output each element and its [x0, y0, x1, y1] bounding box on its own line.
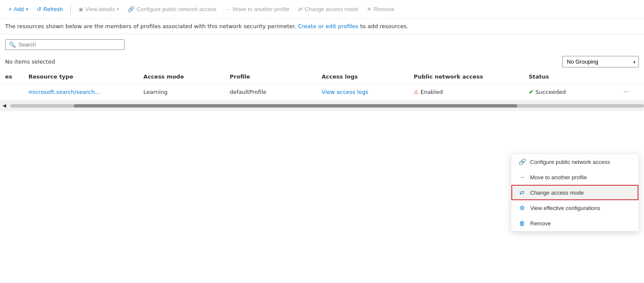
- change-access-label: Change access mode: [305, 6, 359, 12]
- refresh-icon: ↺: [37, 6, 41, 12]
- create-edit-profiles-label: Create or edit profiles: [298, 23, 359, 29]
- col-header-status: Status: [524, 70, 616, 84]
- status-success-icon: ✔: [529, 88, 534, 95]
- col-header-access-logs: Access logs: [316, 70, 409, 84]
- change-access-button[interactable]: ⇄ Change access mode: [295, 3, 362, 15]
- refresh-label: Refresh: [44, 6, 63, 12]
- configure-public-label: Configure public network access: [136, 6, 216, 12]
- row-more-options: ···: [615, 84, 644, 100]
- toolbar-divider-1: [70, 4, 71, 15]
- view-access-logs-link[interactable]: View access logs: [322, 89, 368, 95]
- info-text-after: to add resources.: [360, 23, 409, 29]
- grouping-select-wrapper: No Grouping ▾: [562, 56, 639, 67]
- add-chevron-icon: ▾: [26, 7, 28, 12]
- more-options-button[interactable]: ···: [621, 87, 631, 96]
- info-text-before: The resources shown below are the member…: [5, 23, 296, 29]
- move-to-profile-label: Move to another profile: [233, 6, 290, 12]
- row-resource-type: microsoft.search/search...: [23, 84, 139, 100]
- search-input[interactable]: [18, 41, 121, 48]
- row-access-mode: Learning: [138, 84, 224, 100]
- no-items-label: No items selected: [5, 58, 55, 65]
- grouping-select[interactable]: No Grouping: [562, 56, 639, 67]
- view-details-chevron-icon: ▾: [117, 7, 119, 12]
- scroll-track[interactable]: [10, 104, 644, 108]
- toolbar: + Add ▾ ↺ Refresh ◉ View details ▾ 🔗 Con…: [0, 0, 644, 19]
- change-access-icon: ⇄: [298, 6, 303, 12]
- col-header-profile: Profile: [225, 70, 317, 84]
- view-details-button[interactable]: ◉ View details ▾: [75, 3, 122, 15]
- search-box: 🔍: [5, 39, 125, 50]
- row-es: [0, 84, 23, 100]
- row-profile: defaultProfile: [225, 84, 317, 100]
- col-header-es: es: [0, 70, 23, 84]
- move-icon: →: [225, 6, 231, 12]
- info-bar: The resources shown below are the member…: [0, 19, 644, 34]
- row-status: ✔ Succeeded: [524, 84, 616, 100]
- view-details-label: View details: [85, 6, 115, 12]
- resources-table: es Resource type Access mode Profile Acc…: [0, 70, 644, 100]
- remove-label: Remove: [374, 6, 394, 12]
- col-header-access-mode: Access mode: [138, 70, 224, 84]
- move-to-profile-button[interactable]: → Move to another profile: [222, 3, 293, 15]
- table-header: es Resource type Access mode Profile Acc…: [0, 70, 644, 84]
- resource-type-link[interactable]: microsoft.search/search...: [29, 89, 100, 95]
- col-header-more: [615, 70, 644, 84]
- configure-public-button[interactable]: 🔗 Configure public network access: [124, 3, 220, 15]
- refresh-button[interactable]: ↺ Refresh: [33, 3, 67, 15]
- search-icon: 🔍: [9, 41, 16, 48]
- filter-row: 🔍: [0, 34, 644, 53]
- plus-icon: +: [9, 6, 12, 12]
- selection-row: No items selected No Grouping ▾: [0, 53, 644, 70]
- row-access-logs: View access logs: [316, 84, 409, 100]
- remove-icon: ✕: [367, 6, 371, 12]
- warning-icon: ⚠: [414, 89, 419, 95]
- view-details-icon: ◉: [78, 6, 83, 12]
- row-public-network-access: ⚠ Enabled: [409, 84, 524, 100]
- scrollbar-row: ◀: [0, 100, 644, 111]
- table-body: microsoft.search/search... Learning defa…: [0, 84, 644, 100]
- remove-button[interactable]: ✕ Remove: [363, 3, 397, 15]
- col-header-public-network-access: Public network access: [409, 70, 524, 84]
- add-button[interactable]: + Add ▾: [5, 3, 32, 15]
- table-row: microsoft.search/search... Learning defa…: [0, 84, 644, 100]
- scroll-thumb: [74, 104, 517, 108]
- configure-public-icon: 🔗: [128, 6, 134, 12]
- col-header-resource-type: Resource type: [23, 70, 139, 84]
- table-wrapper: es Resource type Access mode Profile Acc…: [0, 70, 644, 100]
- add-label: Add: [14, 6, 24, 12]
- scroll-left-button[interactable]: ◀: [0, 102, 9, 109]
- create-edit-profiles-link[interactable]: Create or edit profiles: [298, 23, 360, 29]
